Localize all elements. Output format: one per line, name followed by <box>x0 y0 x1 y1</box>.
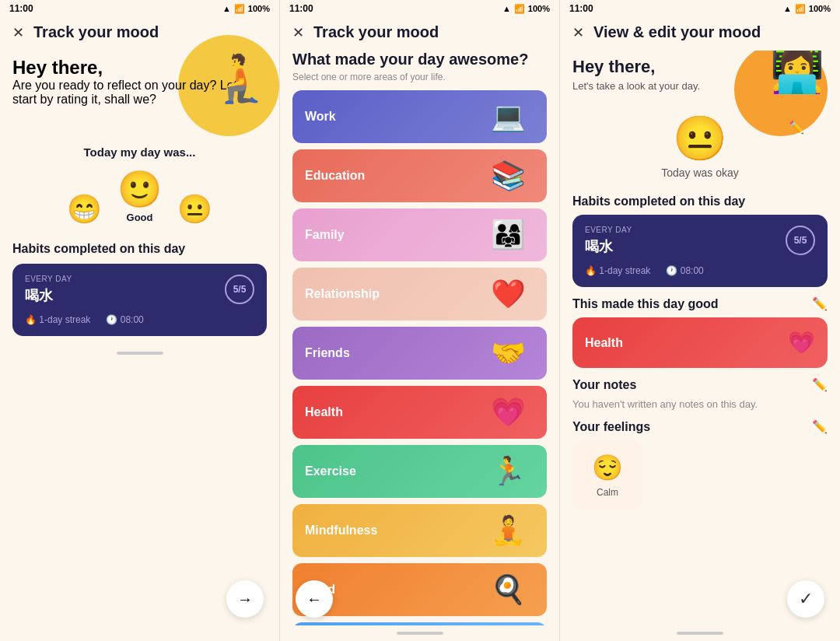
p3-hero: Hey there, Let's take a look at your day… <box>572 51 828 104</box>
emoji-item-great[interactable]: 😁 <box>67 195 102 223</box>
mood-label: Today was okay <box>572 166 828 179</box>
feelings-title: Your feelings <box>572 420 650 434</box>
feeling-emoji-calm: 😌 <box>592 453 623 482</box>
panel2-desc: Select one or more areas of your life. <box>280 72 559 90</box>
good-day-label: Health <box>585 336 623 350</box>
area-relationship-label: Relationship <box>305 287 380 301</box>
time-1: 11:00 <box>9 3 33 14</box>
good-day-edit-icon[interactable]: ✏️ <box>812 296 828 311</box>
p3-habit-label: EVERY DAY <box>585 226 815 234</box>
mood-edit-btn[interactable]: ✏️ <box>789 120 804 135</box>
signal-icon-2: 📶 <box>514 4 525 14</box>
area-work-label: Work <box>305 110 336 124</box>
area-relationship[interactable]: Relationship ❤️ <box>292 268 547 320</box>
area-exercise-label: Exercise <box>305 464 356 478</box>
panel-header-2: ✕ Track your mood <box>280 17 559 51</box>
close-button-1[interactable]: ✕ <box>12 24 24 41</box>
good-day-card[interactable]: Health 💗 <box>572 317 828 368</box>
bottom-bar-2 <box>397 632 443 635</box>
habit-streak-1: 🔥 1-day streak <box>25 314 90 325</box>
area-health-icon: 💗 <box>469 386 547 439</box>
status-icons-1: ▲ 📶 100% <box>222 4 270 14</box>
notes-edit-icon[interactable]: ✏️ <box>812 377 828 392</box>
area-friends-icon: 🤝 <box>469 327 547 380</box>
panel-title-2: Track your mood <box>313 23 439 41</box>
feelings-section-header: Your feelings ✏️ <box>572 419 828 434</box>
habit-card-name-1: 喝水 <box>25 286 254 305</box>
feelings-edit-icon[interactable]: ✏️ <box>812 419 828 434</box>
day-rating-section: Today my day was... 😁 🙂 Good 😐 <box>0 136 279 233</box>
area-friends-label: Friends <box>305 346 350 360</box>
area-education-label: Education <box>305 169 365 183</box>
time-2: 11:00 <box>289 3 313 14</box>
hero-illustration-3: 👩‍💻 <box>770 51 824 96</box>
panel-title-3: View & edit your mood <box>593 23 761 41</box>
area-food-label: Food <box>305 583 335 597</box>
area-exercise[interactable]: Exercise 🏃 <box>292 445 547 498</box>
emoji-great: 😁 <box>67 195 102 223</box>
wifi-icon-2: ▲ <box>502 4 511 13</box>
area-health[interactable]: Health 💗 <box>292 386 547 439</box>
notes-title: Your notes <box>572 378 636 392</box>
notes-section-header: Your notes ✏️ <box>572 377 828 392</box>
habit-card-label-1: EVERY DAY <box>25 275 254 283</box>
life-areas-list: Work 💻 Education 📚 Family 👨‍👩‍👧 Relation… <box>280 90 559 625</box>
area-work-icon: 💻 <box>469 90 547 143</box>
panel3-content: Hey there, Let's take a look at your day… <box>560 51 840 625</box>
p3-habit-streak: 🔥 1-day streak <box>585 265 650 276</box>
good-day-icon: 💗 <box>788 330 815 356</box>
feeling-item-calm[interactable]: 😌 Calm <box>572 440 642 510</box>
panel-track-mood-1: 11:00 ▲ 📶 100% ✕ Track your mood Hey the… <box>0 0 280 641</box>
close-button-2[interactable]: ✕ <box>292 24 304 41</box>
next-button-1[interactable]: → <box>226 580 264 618</box>
status-bar-3: 11:00 ▲ 📶 100% <box>560 0 840 17</box>
emoji-item-good[interactable]: 🙂 Good <box>117 171 162 223</box>
battery-1: 100% <box>248 4 270 13</box>
hero-section-1: Hey there, Are you ready to reflect on y… <box>0 51 279 136</box>
area-travel-icon: ✈️ <box>469 622 547 625</box>
area-mindfulness[interactable]: Mindfulness 🧘 <box>292 504 547 557</box>
status-icons-2: ▲ 📶 100% <box>502 4 550 14</box>
battery-2: 100% <box>528 4 550 13</box>
wifi-icon-3: ▲ <box>783 4 792 13</box>
area-mindfulness-label: Mindfulness <box>305 524 377 538</box>
habits-section-1: Habits completed on this day EVERY DAY 喝… <box>0 233 279 345</box>
check-button-3[interactable]: ✓ <box>787 580 824 618</box>
bottom-bar-3 <box>677 632 723 635</box>
bottom-bar-1 <box>117 352 163 355</box>
close-button-3[interactable]: ✕ <box>572 24 584 41</box>
wifi-icon-1: ▲ <box>222 4 231 13</box>
area-mindfulness-icon: 🧘 <box>469 504 547 557</box>
panel-view-edit-mood: 11:00 ▲ 📶 100% ✕ View & edit your mood H… <box>560 0 840 641</box>
habit-badge-1: 5/5 <box>225 275 254 304</box>
time-3: 11:00 <box>569 3 593 14</box>
area-family[interactable]: Family 👨‍👩‍👧 <box>292 208 547 261</box>
status-bar-2: 11:00 ▲ 📶 100% <box>280 0 559 17</box>
emoji-row: 😁 🙂 Good 😐 <box>12 171 267 223</box>
area-travel[interactable]: Travel ✈️ <box>292 622 547 625</box>
area-exercise-icon: 🏃 <box>469 445 547 498</box>
area-work[interactable]: Work 💻 <box>292 90 547 143</box>
status-icons-3: ▲ 📶 100% <box>783 4 831 14</box>
good-day-section-header: This made this day good ✏️ <box>572 296 828 311</box>
area-education[interactable]: Education 📚 <box>292 149 547 202</box>
status-bar-1: 11:00 ▲ 📶 100% <box>0 0 279 17</box>
area-food[interactable]: Food 🍳 <box>292 563 547 616</box>
feeling-label-calm: Calm <box>597 487 618 498</box>
hero-illustration-1: 🧎 <box>212 51 270 106</box>
panel-track-mood-2: 11:00 ▲ 📶 100% ✕ Track your mood What ma… <box>280 0 560 641</box>
area-friends[interactable]: Friends 🤝 <box>292 327 547 380</box>
habit-card-1[interactable]: EVERY DAY 喝水 5/5 🔥 1-day streak 🕐 08:00 <box>12 264 267 336</box>
habit-meta-1: 🔥 1-day streak 🕐 08:00 <box>25 314 254 325</box>
emoji-item-okay[interactable]: 😐 <box>177 195 212 223</box>
panel-header-3: ✕ View & edit your mood <box>560 17 840 51</box>
notes-text: You haven't written any notes on this da… <box>572 398 828 410</box>
p3-habit-card[interactable]: EVERY DAY 喝水 5/5 🔥 1-day streak 🕐 08:00 <box>572 215 828 287</box>
habits-title-3: Habits completed on this day <box>572 194 745 208</box>
area-family-label: Family <box>305 228 345 242</box>
day-rating-title: Today my day was... <box>12 145 267 159</box>
feelings-section: 😌 Calm <box>572 440 828 510</box>
panel2-question: What made your day awesome? <box>280 51 559 72</box>
mood-display: 😐 ✏️ Today was okay <box>572 104 828 185</box>
panel-title-1: Track your mood <box>33 23 159 41</box>
